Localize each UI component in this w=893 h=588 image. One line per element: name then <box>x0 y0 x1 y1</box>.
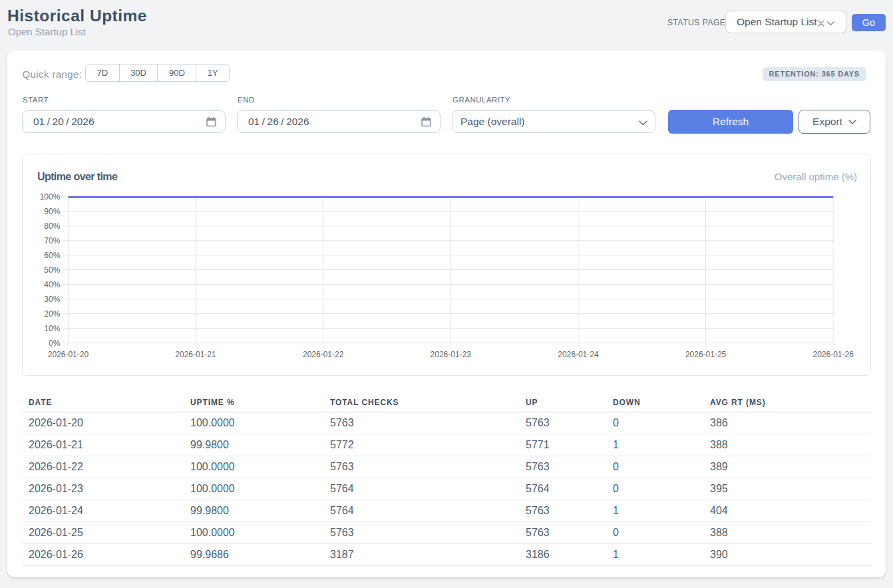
svg-text:20%: 20% <box>44 309 60 319</box>
svg-text:90%: 90% <box>44 207 60 216</box>
svg-text:2026-01-26: 2026-01-26 <box>813 350 854 359</box>
svg-text:80%: 80% <box>44 221 60 231</box>
svg-text:40%: 40% <box>44 280 60 289</box>
svg-text:100%: 100% <box>40 192 61 202</box>
svg-text:0%: 0% <box>49 339 61 348</box>
svg-text:70%: 70% <box>44 236 60 245</box>
svg-text:10%: 10% <box>44 324 60 333</box>
svg-text:2026-01-24: 2026-01-24 <box>558 350 599 359</box>
svg-text:60%: 60% <box>44 251 60 260</box>
svg-text:2026-01-23: 2026-01-23 <box>431 350 472 359</box>
svg-text:2026-01-25: 2026-01-25 <box>685 350 727 359</box>
svg-text:2026-01-22: 2026-01-22 <box>303 350 344 359</box>
svg-text:2026-01-21: 2026-01-21 <box>175 350 216 359</box>
svg-text:50%: 50% <box>44 265 60 275</box>
svg-text:30%: 30% <box>44 295 60 304</box>
svg-text:2026-01-20: 2026-01-20 <box>48 350 89 359</box>
